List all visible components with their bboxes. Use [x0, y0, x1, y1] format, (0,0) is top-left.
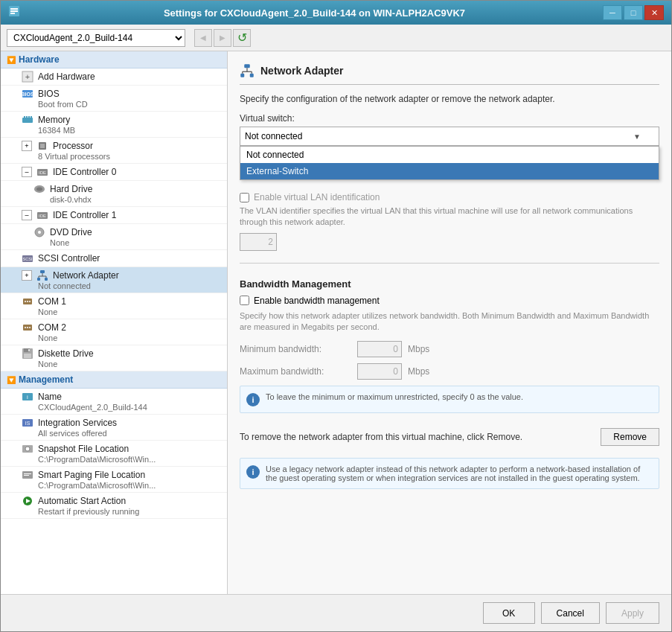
sidebar-item-diskette[interactable]: Diskette Drive None: [1, 345, 227, 371]
processor-expander[interactable]: +: [22, 141, 32, 151]
ok-button[interactable]: OK: [483, 602, 535, 624]
bandwidth-description: Specify how this network adapter utilize…: [240, 310, 659, 333]
dropdown-option-external-switch[interactable]: External-Switch: [240, 163, 659, 179]
sidebar-item-com2[interactable]: COM 2 None: [1, 319, 227, 345]
bios-label: BIOS: [38, 89, 60, 99]
svg-rect-27: [45, 278, 48, 281]
back-button[interactable]: ◀: [194, 29, 212, 47]
min-bandwidth-row: Minimum bandwidth: Mbps: [240, 341, 659, 357]
sidebar-item-smartpaging[interactable]: Smart Paging File Location C:\ProgramDat…: [1, 467, 227, 493]
dropdown-option-not-connected[interactable]: Not connected: [240, 147, 659, 163]
sidebar-item-memory[interactable]: Memory 16384 MB: [1, 112, 227, 138]
smartpaging-sub: C:\ProgramData\Microsoft\Win...: [38, 481, 221, 490]
bandwidth-checkbox[interactable]: [240, 296, 249, 305]
min-bandwidth-input[interactable]: [357, 341, 402, 357]
section-divider-1: [240, 263, 659, 264]
bandwidth-section: Bandwidth Management Enable bandwidth ma…: [240, 278, 659, 413]
svg-rect-8: [22, 118, 33, 123]
virtual-switch-dropdown[interactable]: Not connected ▼: [240, 127, 659, 146]
legacy-info-icon: i: [246, 465, 260, 479]
sidebar-item-scsi[interactable]: SCSI SCSI Controller: [1, 250, 227, 267]
smartpaging-label: Smart Paging File Location: [38, 470, 145, 480]
vlan-checkbox-label: Enable virtual LAN identification: [254, 192, 380, 202]
bios-icon: BIOS: [22, 88, 33, 100]
integration-sub: All services offered: [38, 429, 221, 438]
minimize-button[interactable]: ─: [603, 5, 622, 20]
sidebar-item-ide0[interactable]: – IDE IDE Controller 0: [1, 164, 227, 181]
remove-section: To remove the network adapter from this …: [240, 428, 659, 446]
sidebar-item-com1[interactable]: COM 1 None: [1, 293, 227, 319]
dropdown-container: Not connected ▼: [240, 127, 659, 146]
sidebar-item-processor[interactable]: + Processor 8 Virtual processors: [1, 138, 227, 164]
cancel-button[interactable]: Cancel: [541, 602, 600, 624]
sidebar-item-bios[interactable]: BIOS BIOS Boot from CD: [1, 86, 227, 112]
harddrive-label: Hard Drive: [50, 184, 92, 194]
autostart-label: Automatic Start Action: [38, 496, 126, 506]
svg-rect-25: [40, 270, 45, 273]
max-bandwidth-label: Maximum bandwidth:: [240, 366, 351, 377]
svg-point-35: [29, 301, 31, 302]
dvd-label: DVD Drive: [50, 227, 92, 237]
processor-icon: [36, 140, 48, 152]
remove-text: To remove the network adapter from this …: [240, 432, 522, 442]
harddrive-sub: disk-0.vhdx: [50, 195, 221, 204]
network-expander[interactable]: +: [22, 270, 32, 281]
sidebar-item-integration[interactable]: IS Integration Services All services off…: [1, 415, 227, 441]
com1-icon: [22, 296, 33, 307]
bottom-bar: OK Cancel Apply: [1, 594, 671, 631]
vlan-checkbox[interactable]: [240, 193, 249, 202]
sidebar-item-autostart[interactable]: Automatic Start Action Restart if previo…: [1, 493, 227, 519]
ide1-label: IDE Controller 1: [53, 210, 116, 220]
vlan-description: The VLAN identifier specifies the virtua…: [240, 205, 659, 229]
apply-button[interactable]: Apply: [606, 602, 659, 624]
svg-rect-1: [10, 8, 18, 10]
add-hardware-icon: +: [22, 71, 33, 83]
ide1-expander[interactable]: –: [22, 210, 32, 220]
refresh-button[interactable]: ↺: [233, 29, 251, 47]
hardware-section-header[interactable]: 🔽 Hardware: [1, 51, 227, 68]
maximize-button[interactable]: □: [624, 5, 643, 20]
svg-rect-2: [10, 10, 18, 12]
mgmt-name-label: Name: [38, 392, 62, 402]
max-bandwidth-input[interactable]: [357, 363, 402, 380]
panel-description: Specify the configuration of the network…: [240, 94, 659, 104]
ide0-expander[interactable]: –: [22, 167, 32, 177]
dropdown-arrow-icon: ▼: [633, 133, 641, 141]
sidebar-item-network[interactable]: + Network Adapter Not connected: [1, 267, 227, 293]
smartpaging-icon: [22, 469, 33, 481]
sidebar: 🔽 Hardware + Add Hardware BIOS B: [1, 51, 228, 594]
integration-icon: IS: [22, 417, 33, 429]
com2-icon: [22, 322, 33, 333]
max-bandwidth-row: Maximum bandwidth: Mbps: [240, 363, 659, 380]
sidebar-item-harddrive[interactable]: Hard Drive disk-0.vhdx: [1, 181, 227, 207]
remove-button[interactable]: Remove: [601, 428, 659, 446]
sidebar-item-snapshot[interactable]: Snapshot File Location C:\ProgramData\Mi…: [1, 441, 227, 467]
management-section-header[interactable]: 🔽 Management: [1, 371, 227, 389]
title-bar: Settings for CXCloudAgent_2.0_Build-144 …: [1, 1, 671, 25]
forward-button[interactable]: ▶: [214, 29, 231, 47]
hardware-collapse-icon: 🔽: [7, 56, 16, 64]
sidebar-item-ide1[interactable]: – IDE IDE Controller 1: [1, 207, 227, 224]
legacy-info-box: i Use a legacy network adapter instead o…: [240, 458, 659, 489]
com1-sub: None: [38, 307, 221, 316]
autostart-sub: Restart if previously running: [38, 507, 221, 516]
network-label: Network Adapter: [53, 270, 119, 281]
svg-rect-55: [244, 64, 250, 68]
close-button[interactable]: ✕: [644, 5, 664, 20]
processor-sub: 8 Virtual processors: [38, 152, 221, 161]
panel-header: Network Adapter: [240, 63, 659, 85]
virtual-switch-section: Virtual switch: Not connected ▼ Not conn…: [240, 113, 659, 180]
window-controls: ─ □ ✕: [603, 5, 664, 20]
toolbar: CXCloudAgent_2.0_Build-144 ◀ ▶ ↺: [1, 25, 671, 51]
sidebar-item-add-hardware[interactable]: + Add Hardware: [1, 68, 227, 86]
vlan-input[interactable]: [240, 233, 277, 251]
sidebar-item-name[interactable]: i Name CXCloudAgent_2.0_Build-144: [1, 389, 227, 415]
svg-rect-10: [26, 116, 28, 118]
svg-rect-43: [24, 354, 31, 358]
ide0-icon: IDE: [36, 166, 48, 178]
vm-dropdown[interactable]: CXCloudAgent_2.0_Build-144: [7, 29, 185, 47]
memory-sub: 16384 MB: [38, 126, 221, 135]
sidebar-item-dvd[interactable]: DVD Drive None: [1, 224, 227, 250]
virtual-switch-label: Virtual switch:: [240, 113, 659, 124]
bandwidth-info-icon: i: [246, 393, 260, 406]
